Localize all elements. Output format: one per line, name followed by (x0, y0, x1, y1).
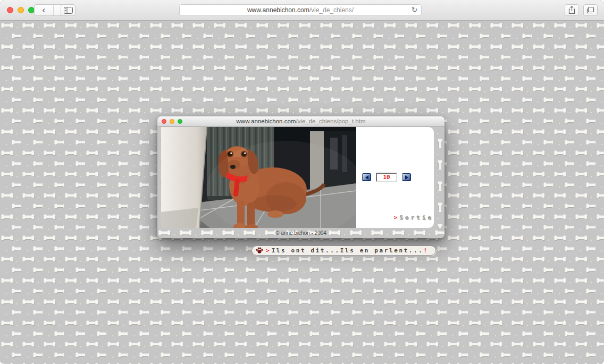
banner-exclamation: ! (424, 247, 427, 254)
next-photo-button[interactable] (402, 173, 411, 181)
share-button[interactable] (565, 4, 579, 16)
copyright-text: © anne bichon - 2004 (157, 228, 444, 238)
sidebar-icon (64, 7, 73, 14)
dog-photo (161, 127, 356, 228)
exit-label: Sortie (399, 214, 433, 221)
reload-button[interactable]: ↻ (412, 6, 417, 14)
paw-icon (256, 247, 263, 254)
banner-chevron-icon: > (266, 247, 270, 254)
sidebar-button[interactable] (61, 4, 76, 16)
left-arrow-icon (365, 175, 368, 180)
browser-window: ‹ › www.annebichon.com/vie_de_chiens/ ↻ (0, 0, 604, 364)
popup-window-controls (162, 119, 182, 124)
photo-number-input[interactable] (376, 173, 397, 182)
tabs-icon (586, 6, 594, 14)
popup-titlebar[interactable]: www.annebichon.com/vie_de_chiens/pop_t.h… (157, 116, 444, 126)
banner-text: Ils ont dit...Ils en parlent... (272, 247, 424, 254)
show-tabs-button[interactable] (583, 4, 598, 16)
dachshund-photo-illustration (161, 127, 356, 228)
page-content: www.annebichon.com/vie_de_chiens/pop_t.h… (0, 21, 604, 364)
dachshund (206, 141, 356, 228)
previous-photo-button[interactable] (362, 173, 371, 181)
popup-minimize-button[interactable] (170, 119, 174, 124)
testimonials-banner-link[interactable]: > Ils ont dit...Ils en parlent... ! (251, 246, 436, 256)
exit-chevron-icon: > (394, 214, 400, 221)
popup-footer: © anne bichon - 2004 (157, 228, 444, 238)
url-domain: www.annebichon.com (247, 6, 309, 14)
share-icon (568, 6, 575, 14)
popup-body: >Sortie (157, 127, 444, 228)
exit-link[interactable]: >Sortie (394, 214, 433, 221)
close-button[interactable] (7, 7, 13, 13)
browser-toolbar: ‹ › www.annebichon.com/vie_de_chiens/ ↻ (0, 0, 604, 21)
popup-zoom-button[interactable] (178, 119, 182, 124)
popup-control-panel: >Sortie (356, 127, 434, 228)
popup-title-path: /vie_de_chiens/pop_t.htm (296, 118, 365, 124)
photo-pager (362, 173, 411, 182)
back-button[interactable]: ‹ (35, 5, 53, 15)
window-controls (7, 7, 35, 13)
minimize-button[interactable] (18, 7, 24, 13)
right-arrow-icon (405, 175, 408, 180)
address-bar[interactable]: www.annebichon.com/vie_de_chiens/ ↻ (179, 4, 422, 16)
popup-title-domain: www.annebichon.com (237, 118, 296, 124)
url-path: /vie_de_chiens/ (309, 6, 354, 14)
popup-close-button[interactable] (162, 119, 166, 124)
popup-window: www.annebichon.com/vie_de_chiens/pop_t.h… (157, 116, 444, 238)
